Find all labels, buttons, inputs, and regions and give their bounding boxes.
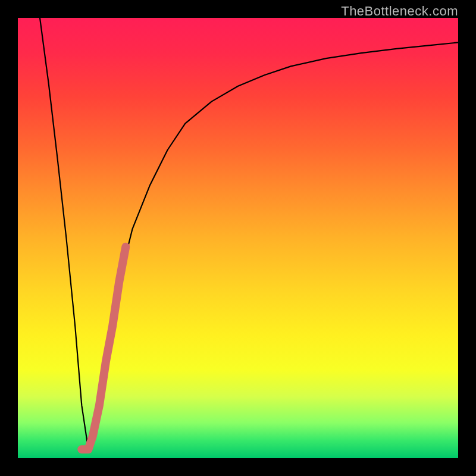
plot-area bbox=[18, 18, 458, 458]
highlight-segment bbox=[82, 247, 126, 449]
chart-svg bbox=[18, 18, 458, 458]
watermark-text: TheBottleneck.com bbox=[341, 4, 458, 19]
chart-container: TheBottleneck.com bbox=[0, 0, 476, 476]
